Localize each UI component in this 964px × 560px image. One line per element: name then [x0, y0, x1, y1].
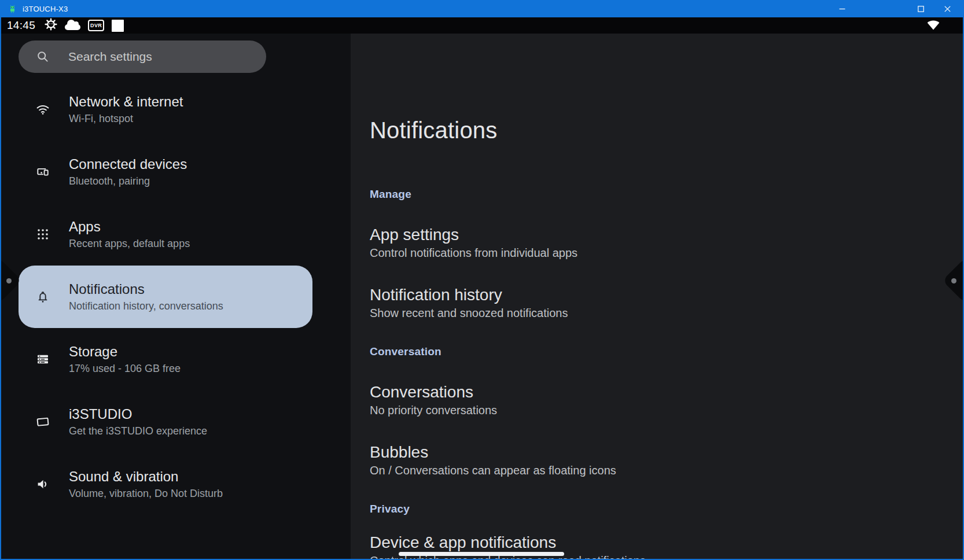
- sidebar-item-notifications[interactable]: Notifications Notification history, conv…: [19, 266, 312, 328]
- sidebar-item-sublabel: Notification history, conversations: [69, 299, 223, 313]
- highlight-underline-bar: [399, 552, 564, 556]
- row-subtitle: No priority conversations: [370, 403, 964, 418]
- window-border-left: [0, 17, 1, 560]
- apps-grid-icon: [36, 227, 50, 241]
- sidebar-item-label: Storage: [69, 343, 181, 360]
- maximize-button[interactable]: [907, 0, 934, 17]
- conversations-row[interactable]: Conversations No priority conversations: [370, 382, 964, 418]
- row-subtitle: Show recent and snoozed notifications: [370, 305, 964, 320]
- android-robot-icon: [7, 3, 17, 14]
- app-window: i3TOUCH-X3 14:45: [0, 0, 964, 560]
- page-title: Notifications: [370, 116, 964, 145]
- devices-icon: [36, 165, 50, 179]
- row-title: Notification history: [370, 285, 964, 305]
- minimize-button[interactable]: [829, 0, 855, 17]
- sidebar-item-sublabel: Bluetooth, pairing: [69, 174, 187, 188]
- sidebar-item-storage[interactable]: Storage 17% used - 106 GB free: [19, 328, 312, 390]
- sidebar-item-sublabel: Wi-Fi, hotspot: [69, 112, 183, 126]
- bubbles-row[interactable]: Bubbles On / Conversations can appear as…: [370, 442, 964, 478]
- search-settings-field[interactable]: [19, 40, 266, 73]
- close-button[interactable]: [934, 0, 961, 17]
- row-title: Conversations: [370, 382, 964, 403]
- section-header-privacy: Privacy: [370, 502, 964, 516]
- sidebar-item-label: Network & internet: [69, 93, 183, 110]
- white-square-icon: [112, 20, 124, 32]
- row-subtitle: On / Conversations can appear as floatin…: [370, 463, 964, 478]
- sidebar-item-label: Apps: [69, 218, 190, 235]
- sidebar-item-i3studio[interactable]: i3STUDIO Get the i3STUDIO experience: [19, 390, 312, 453]
- title-bar: i3TOUCH-X3: [0, 0, 964, 17]
- sidebar-item-sublabel: Recent apps, default apps: [69, 237, 190, 250]
- sidebar-item-label: Connected devices: [69, 156, 187, 173]
- sidebar-item-apps[interactable]: Apps Recent apps, default apps: [19, 203, 312, 266]
- sidebar-item-sublabel: 17% used - 106 GB free: [69, 362, 181, 375]
- storage-icon: [36, 352, 50, 366]
- status-bar: 14:45 DVR: [0, 17, 964, 34]
- left-handle-dot-icon: [6, 278, 12, 283]
- sidebar-nav: Network & internet Wi-Fi, hotspot Connec…: [0, 78, 351, 515]
- settings-content: Network & internet Wi-Fi, hotspot Connec…: [0, 34, 964, 559]
- search-input[interactable]: [68, 50, 252, 64]
- bell-icon: [36, 290, 50, 304]
- notifications-panel: Notifications Manage App settings Contro…: [351, 34, 964, 559]
- row-title: Bubbles: [370, 442, 964, 463]
- notification-history-row[interactable]: Notification history Show recent and sno…: [370, 285, 964, 320]
- sidebar-item-label: Notifications: [69, 281, 223, 298]
- app-settings-row[interactable]: App settings Control notifications from …: [370, 224, 964, 260]
- settings-sidebar: Network & internet Wi-Fi, hotspot Connec…: [0, 34, 351, 559]
- section-header-conversation: Conversation: [370, 345, 964, 359]
- wifi-icon: [36, 102, 50, 116]
- sidebar-item-label: i3STUDIO: [69, 406, 207, 423]
- sidebar-item-sublabel: Get the i3STUDIO experience: [69, 424, 207, 438]
- sidebar-item-network-internet[interactable]: Network & internet Wi-Fi, hotspot: [19, 78, 312, 141]
- wifi-full-icon: [926, 23, 941, 32]
- row-title: Device & app notifications: [370, 532, 964, 553]
- sidebar-item-sound-vibration[interactable]: Sound & vibration Volume, vibration, Do …: [19, 453, 312, 515]
- clock: 14:45: [7, 19, 35, 32]
- right-handle-dot-icon: [951, 278, 956, 283]
- dvr-badge: DVR: [88, 20, 104, 31]
- device-app-notifications-row[interactable]: Device & app notifications Control which…: [370, 532, 964, 559]
- board-icon: [36, 415, 50, 429]
- cloud-icon: [65, 24, 80, 30]
- speaker-icon: [36, 477, 50, 491]
- search-icon: [36, 50, 50, 64]
- sidebar-item-sublabel: Volume, vibration, Do Not Disturb: [69, 487, 223, 500]
- window-title: i3TOUCH-X3: [23, 5, 68, 13]
- row-subtitle: Control notifications from individual ap…: [370, 245, 964, 260]
- sidebar-item-label: Sound & vibration: [69, 468, 223, 485]
- section-header-manage: Manage: [370, 187, 964, 201]
- sidebar-item-connected-devices[interactable]: Connected devices Bluetooth, pairing: [19, 141, 312, 203]
- gear-icon: [45, 18, 57, 33]
- row-title: App settings: [370, 224, 964, 245]
